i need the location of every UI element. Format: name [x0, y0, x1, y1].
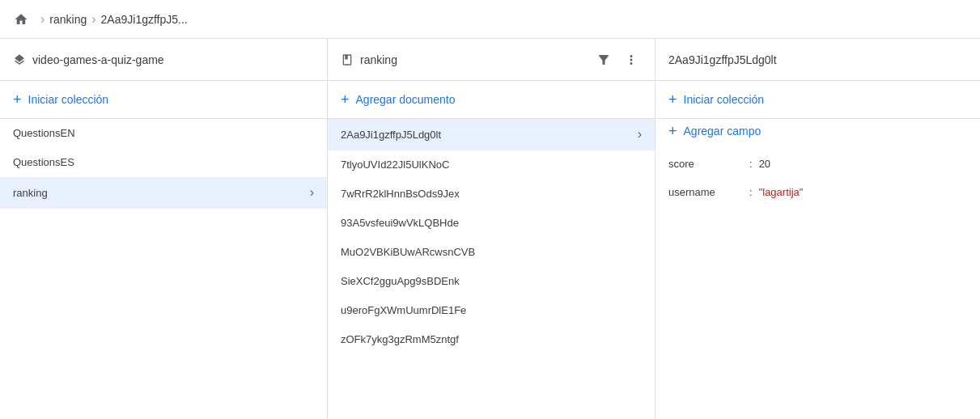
doc-item-3[interactable]: 93A5vsfeui9wVkLQBHde — [328, 209, 655, 238]
add-collection-label-left: Iniciar colección — [28, 93, 109, 106]
layers-icon — [13, 53, 26, 66]
field-colon-score: : — [749, 158, 753, 170]
doc-item-6[interactable]: u9eroFgXWmUumrDlE1Fe — [328, 296, 655, 325]
plus-icon-mid: + — [341, 92, 350, 107]
col-documents-title: ranking — [360, 53, 593, 66]
add-field-btn[interactable]: + Agregar campo — [655, 119, 980, 143]
breadcrumb-sep-2: › — [91, 12, 95, 27]
collection-item-questionsES[interactable]: QuestionsES — [0, 148, 327, 177]
doc-item-4[interactable]: MuO2VBKiBUwARcwsnCVB — [328, 238, 655, 267]
add-document-label: Agregar documento — [356, 93, 456, 106]
col-documents: ranking + Agregar documento 2Aa9J — [328, 39, 655, 419]
add-collection-btn-right[interactable]: + Iniciar colección — [655, 81, 980, 119]
collections-list: QuestionsEN QuestionsES ranking › — [0, 119, 327, 419]
doc-item-1[interactable]: 7tlyoUVId22Jl5UlKNoC — [328, 150, 655, 180]
add-collection-btn-left[interactable]: + Iniciar colección — [0, 81, 327, 119]
breadcrumb-ranking[interactable]: ranking — [49, 13, 87, 26]
breadcrumb-bar: › ranking › 2Aa9Ji1gzffpJ5... — [0, 0, 980, 39]
doc-item-7[interactable]: zOFk7ykg3gzRmM5zntgf — [328, 325, 655, 354]
collection-item-questionsEN[interactable]: QuestionsEN — [0, 119, 327, 148]
col-doc-detail: 2Aa9Ji1gzffpJ5Ldg0lt + Iniciar colección… — [655, 39, 980, 419]
field-key-username: username — [668, 186, 749, 198]
col-collections-title: video-games-a-quiz-game — [32, 53, 314, 66]
filter-btn[interactable] — [593, 49, 614, 70]
field-key-score: score — [668, 158, 749, 170]
col-collections: video-games-a-quiz-game + Iniciar colecc… — [0, 39, 328, 419]
doc-item-2[interactable]: 7wRrR2klHnnBsOds9Jex — [328, 180, 655, 209]
main-layout: video-games-a-quiz-game + Iniciar colecc… — [0, 39, 980, 419]
plus-icon-right-col: + — [668, 92, 677, 107]
field-value-username: "lagartija" — [759, 186, 804, 198]
plus-icon-field: + — [668, 124, 677, 138]
add-collection-label-right: Iniciar colección — [684, 93, 765, 106]
doc-item-5[interactable]: SieXCf2gguApg9sBDEnk — [328, 267, 655, 296]
field-list: score : 20 username : "lagartija" — [655, 143, 980, 419]
book-icon — [341, 53, 354, 66]
arrow-icon-ranking: › — [310, 185, 314, 200]
field-row-username: username : "lagartija" — [668, 178, 967, 206]
col-documents-actions — [593, 49, 642, 70]
documents-list: 2Aa9Ji1gzffpJ5Ldg0lt › 7tlyoUVId22Jl5UlK… — [328, 119, 655, 419]
add-document-btn[interactable]: + Agregar documento — [328, 81, 655, 119]
collection-item-ranking[interactable]: ranking › — [0, 177, 327, 209]
col-collections-header: video-games-a-quiz-game — [0, 39, 327, 81]
add-field-label: Agregar campo — [684, 125, 762, 138]
field-row-score: score : 20 — [668, 150, 967, 178]
col-documents-header: ranking — [328, 39, 655, 81]
breadcrumb-sep-1: › — [40, 12, 45, 27]
arrow-icon-doc-0: › — [638, 127, 642, 142]
field-value-score: 20 — [759, 158, 770, 170]
plus-icon-left: + — [13, 92, 22, 107]
breadcrumb-doc-id: 2Aa9Ji1gzffpJ5... — [101, 13, 188, 26]
home-icon[interactable] — [13, 11, 29, 28]
more-vert-btn[interactable] — [621, 49, 642, 70]
col-detail-title: 2Aa9Ji1gzffpJ5Ldg0lt — [668, 53, 967, 66]
col-detail-header: 2Aa9Ji1gzffpJ5Ldg0lt — [655, 39, 980, 81]
doc-item-0[interactable]: 2Aa9Ji1gzffpJ5Ldg0lt › — [328, 119, 655, 150]
field-colon-username: : — [749, 186, 753, 198]
